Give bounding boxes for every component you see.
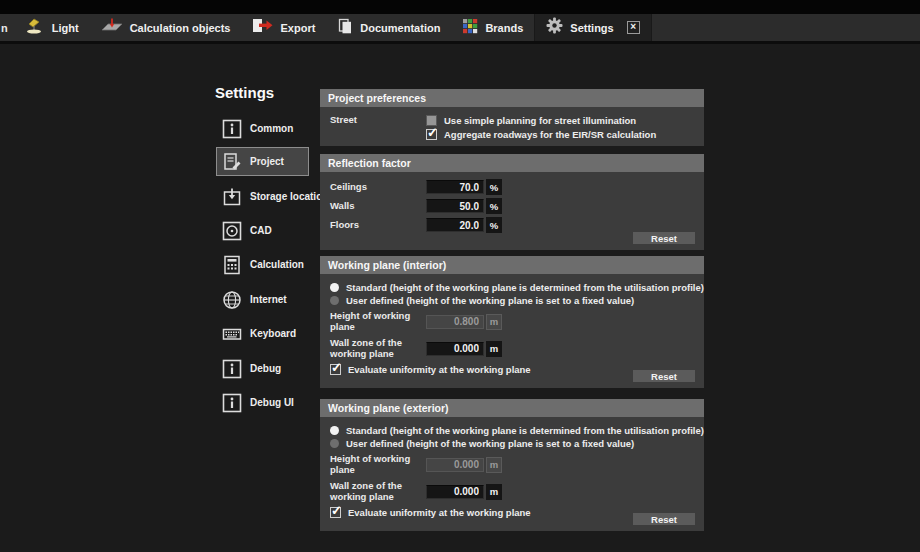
radio-icon[interactable]: [330, 283, 339, 292]
tab-label: Brands: [485, 22, 523, 34]
info-icon: [222, 119, 242, 139]
checkbox-simple-planning[interactable]: Use simple planning for street illuminat…: [426, 114, 656, 127]
radio-user-defined[interactable]: User defined (height of the working plan…: [330, 437, 694, 450]
checkbox-icon[interactable]: ✓: [330, 364, 341, 375]
info-icon: [222, 359, 242, 379]
sidebar-item-label: Keyboard: [250, 328, 296, 339]
panel-working-plane-interior: Working plane (interior) Standard (heigh…: [320, 256, 704, 388]
brands-icon: [462, 18, 478, 38]
height-of-working-plane-label: Height of working plane: [330, 311, 426, 332]
sidebar-item-project[interactable]: Project: [216, 147, 309, 176]
meter-unit: m: [486, 314, 502, 330]
checkbox-label: Evaluate uniformity at the working plane: [348, 507, 531, 518]
cad-icon: [222, 221, 242, 241]
tab-label: Export: [280, 22, 315, 34]
ceilings-label: Ceilings: [330, 182, 426, 193]
sidebar-item-label: Debug: [250, 363, 281, 374]
ribbon-tab-bar: n Light Calculation objects Export Docum…: [0, 14, 920, 41]
sidebar-item-label: Project: [250, 156, 284, 167]
radio-label: User defined (height of the working plan…: [346, 295, 634, 306]
tab-brands[interactable]: Brands: [451, 14, 534, 41]
tab-light[interactable]: Light: [14, 14, 90, 41]
panel-header: Project preferences: [320, 89, 704, 107]
ceilings-input[interactable]: [426, 180, 484, 194]
tab-documentation[interactable]: Documentation: [326, 14, 451, 41]
height-input[interactable]: [426, 315, 484, 329]
walls-label: Walls: [330, 201, 426, 212]
checkbox-label: Aggregate roadways for the EIR/SR calcul…: [444, 129, 656, 140]
wall-zone-label: Wall zone of the working plane: [330, 338, 426, 359]
meter-unit: m: [486, 341, 502, 357]
partial-tab-fragment[interactable]: n: [0, 22, 14, 34]
panel-header: Working plane (exterior): [320, 399, 704, 417]
panel-reflection-factor: Reflection factor Ceilings % Walls % Flo…: [320, 154, 704, 250]
tab-label: Settings: [570, 22, 613, 34]
wall-zone-input[interactable]: [426, 485, 484, 499]
percent-unit: %: [486, 198, 502, 214]
sidebar-item-internet[interactable]: Internet: [216, 285, 295, 314]
radio-icon[interactable]: [330, 426, 339, 435]
checkbox-label: Use simple planning for street illuminat…: [444, 115, 636, 126]
sidebar-item-calculation[interactable]: Calculation: [216, 250, 312, 279]
reset-button[interactable]: Reset: [632, 369, 696, 383]
tab-settings[interactable]: Settings ×: [534, 14, 651, 41]
radio-label: Standard (height of the working plane is…: [346, 425, 704, 436]
tab-calculation-objects[interactable]: Calculation objects: [90, 14, 242, 41]
export-icon: [252, 18, 273, 37]
documentation-icon: [337, 18, 353, 38]
panel-working-plane-exterior: Working plane (exterior) Standard (heigh…: [320, 399, 704, 531]
meter-unit: m: [486, 457, 502, 473]
info-icon: [222, 393, 242, 413]
tab-export[interactable]: Export: [241, 14, 326, 41]
window-titlebar: [0, 0, 920, 14]
close-tab-icon[interactable]: ×: [627, 21, 640, 34]
height-of-working-plane-label: Height of working plane: [330, 454, 426, 475]
reset-button[interactable]: Reset: [632, 231, 696, 245]
percent-unit: %: [486, 179, 502, 195]
sidebar-item-label: Calculation: [250, 259, 304, 270]
gear-icon: [546, 17, 563, 38]
sidebar-item-label: Internet: [250, 294, 287, 305]
radio-user-defined[interactable]: User defined (height of the working plan…: [330, 294, 694, 307]
height-input[interactable]: [426, 458, 484, 472]
lamp-icon: [25, 18, 45, 38]
radio-label: User defined (height of the working plan…: [346, 438, 634, 449]
wall-zone-label: Wall zone of the working plane: [330, 481, 426, 502]
checkbox-icon[interactable]: ✓: [330, 507, 341, 518]
sidebar-item-debug-ui[interactable]: Debug UI: [216, 388, 302, 417]
sidebar-item-label: CAD: [250, 225, 272, 236]
street-options: Use simple planning for street illuminat…: [426, 114, 656, 141]
meter-unit: m: [486, 484, 502, 500]
sidebar-item-keyboard[interactable]: Keyboard: [216, 319, 304, 348]
floors-input[interactable]: [426, 218, 484, 232]
sidebar-item-debug[interactable]: Debug: [216, 354, 289, 383]
calculation-objects-icon: [101, 18, 123, 37]
radio-icon[interactable]: [330, 439, 339, 448]
radio-standard[interactable]: Standard (height of the working plane is…: [330, 281, 694, 294]
tab-label: Light: [52, 22, 79, 34]
sidebar-item-label: Common: [250, 123, 293, 134]
tab-label: Documentation: [360, 22, 440, 34]
radio-standard[interactable]: Standard (height of the working plane is…: [330, 424, 694, 437]
project-document-icon: [222, 152, 242, 172]
street-label: Street: [330, 114, 426, 126]
panel-header: Working plane (interior): [320, 256, 704, 274]
panel-project-preferences: Project preferences Street Use simple pl…: [320, 89, 704, 146]
checkbox-aggregate-roadways[interactable]: ✓ Aggregate roadways for the EIR/SR calc…: [426, 128, 656, 141]
tabstrip-divider: [0, 41, 920, 44]
panel-header: Reflection factor: [320, 154, 704, 172]
checkbox-icon[interactable]: ✓: [426, 129, 437, 140]
sidebar-item-cad[interactable]: CAD: [216, 216, 280, 245]
tab-label: Calculation objects: [130, 22, 231, 34]
checkbox-label: Evaluate uniformity at the working plane: [348, 364, 531, 375]
keyboard-icon: [222, 324, 242, 344]
calculator-icon: [222, 255, 242, 275]
radio-label: Standard (height of the working plane is…: [346, 282, 704, 293]
storage-box-icon: [222, 187, 242, 207]
sidebar-item-common[interactable]: Common: [216, 114, 301, 143]
walls-input[interactable]: [426, 199, 484, 213]
percent-unit: %: [486, 217, 502, 233]
radio-icon[interactable]: [330, 296, 339, 305]
reset-button[interactable]: Reset: [632, 512, 696, 526]
wall-zone-input[interactable]: [426, 342, 484, 356]
